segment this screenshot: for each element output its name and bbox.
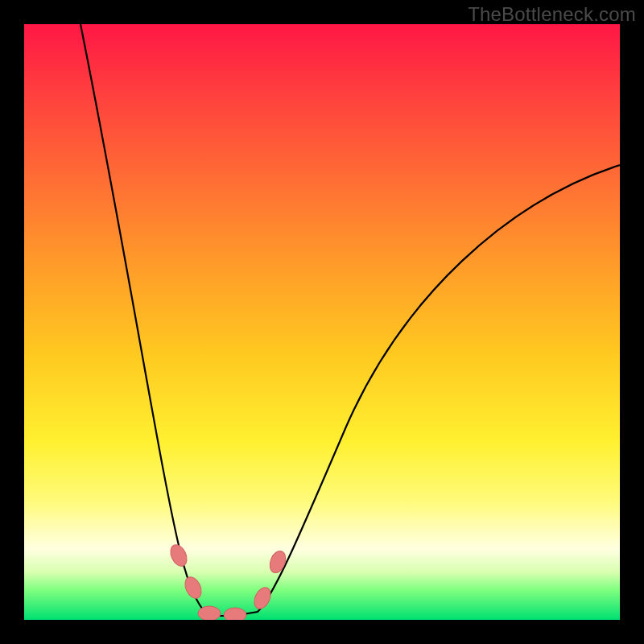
curve-left	[80, 24, 233, 616]
chart-svg	[24, 24, 620, 620]
marker-3	[224, 608, 246, 620]
markers-group	[167, 543, 288, 620]
chart-frame	[24, 24, 620, 620]
marker-2	[198, 606, 221, 620]
marker-4	[251, 585, 274, 612]
marker-1	[182, 575, 204, 601]
marker-5	[267, 549, 288, 575]
watermark-text: TheBottleneck.com	[468, 3, 636, 26]
curve-right	[233, 165, 620, 616]
marker-0	[167, 543, 190, 569]
